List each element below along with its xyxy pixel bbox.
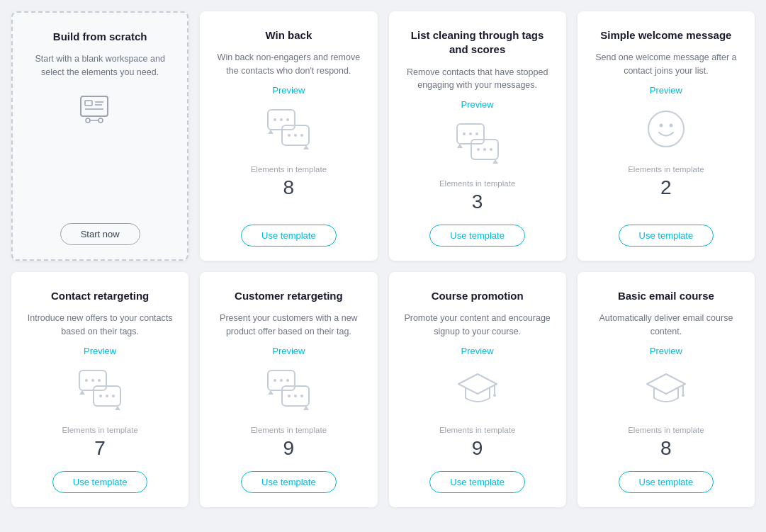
elements-label-basic-email-course: Elements in template xyxy=(628,426,704,434)
preview-link-basic-email-course[interactable]: Preview xyxy=(650,346,682,356)
card-title-basic-email-course: Basic email course xyxy=(618,289,714,303)
elements-count-basic-email-course: 8 xyxy=(660,437,672,460)
card-icon-simple-welcome xyxy=(641,104,691,154)
card-basic-email-course: Basic email course Automatically deliver… xyxy=(578,272,755,507)
card-title-simple-welcome: Simple welcome message xyxy=(600,28,731,43)
svg-point-6 xyxy=(98,118,103,123)
card-course-promotion: Course promotion Promote your content an… xyxy=(389,272,566,507)
svg-rect-1 xyxy=(85,101,92,106)
svg-point-13 xyxy=(288,134,291,137)
card-desc-simple-welcome: Send one welcome message after a contact… xyxy=(592,51,740,78)
svg-point-30 xyxy=(98,379,101,382)
svg-point-15 xyxy=(300,134,303,137)
card-contact-retargeting: Contact retargeting Introduce new offers… xyxy=(11,272,188,507)
card-title-customer-retargeting: Customer retargeting xyxy=(235,289,343,303)
svg-point-29 xyxy=(91,379,94,382)
card-title-course-promotion: Course promotion xyxy=(432,289,524,303)
svg-point-10 xyxy=(280,118,283,121)
card-icon-win-back xyxy=(264,104,313,154)
elements-count-list-cleaning: 3 xyxy=(472,191,483,213)
svg-point-32 xyxy=(99,395,102,397)
card-icon-build-from-scratch xyxy=(75,86,125,136)
preview-link-course-promotion[interactable]: Preview xyxy=(461,346,494,356)
svg-point-19 xyxy=(475,132,478,135)
svg-marker-46 xyxy=(647,374,685,394)
card-desc-course-promotion: Promote your content and encourage signu… xyxy=(403,312,552,339)
card-win-back: Win back Win back non-engagers and remov… xyxy=(200,11,377,261)
card-title-build-from-scratch: Build from scratch xyxy=(53,30,147,44)
card-desc-basic-email-course: Automatically deliver email course conte… xyxy=(592,312,740,339)
use-template-button-customer-retargeting[interactable]: Use template xyxy=(241,471,337,493)
svg-point-21 xyxy=(477,148,480,151)
svg-point-5 xyxy=(86,118,90,123)
start-now-button[interactable]: Start now xyxy=(60,223,140,245)
use-template-button-basic-email-course[interactable]: Use template xyxy=(619,471,714,493)
template-grid: Build from scratch Start with a blank wo… xyxy=(11,11,755,507)
card-desc-customer-retargeting: Present your customers with a new produc… xyxy=(214,312,363,339)
card-build-from-scratch: Build from scratch Start with a blank wo… xyxy=(11,11,188,261)
svg-point-14 xyxy=(294,134,297,137)
svg-point-37 xyxy=(280,379,283,382)
svg-point-24 xyxy=(648,111,684,147)
svg-point-17 xyxy=(463,132,466,135)
card-simple-welcome: Simple welcome message Send one welcome … xyxy=(578,11,755,261)
card-icon-customer-retargeting xyxy=(264,365,313,414)
use-template-button-list-cleaning[interactable]: Use template xyxy=(429,225,525,247)
use-template-button-course-promotion[interactable]: Use template xyxy=(429,471,525,493)
svg-point-41 xyxy=(294,395,297,397)
use-template-button-simple-welcome[interactable]: Use template xyxy=(619,225,714,247)
card-desc-list-cleaning: Remove contacts that have stopped engagi… xyxy=(403,66,552,93)
card-desc-win-back: Win back non-engagers and remove the con… xyxy=(214,51,363,78)
elements-count-contact-retargeting: 7 xyxy=(94,437,106,460)
svg-point-23 xyxy=(490,148,492,151)
card-desc-build-from-scratch: Start with a blank workspace and select … xyxy=(27,52,173,79)
svg-point-22 xyxy=(483,148,486,151)
svg-point-26 xyxy=(669,123,672,127)
svg-point-34 xyxy=(112,395,115,397)
card-icon-basic-email-course xyxy=(641,365,691,414)
card-icon-contact-retargeting xyxy=(75,365,125,414)
card-title-win-back: Win back xyxy=(266,28,312,43)
elements-count-win-back: 8 xyxy=(283,176,295,199)
preview-link-simple-welcome[interactable]: Preview xyxy=(650,85,682,96)
card-desc-contact-retargeting: Introduce new offers to your contacts ba… xyxy=(26,312,174,339)
elements-label-customer-retargeting: Elements in template xyxy=(251,426,327,434)
svg-point-11 xyxy=(286,118,289,121)
elements-label-list-cleaning: Elements in template xyxy=(439,179,515,188)
card-customer-retargeting: Customer retargeting Present your custom… xyxy=(200,272,377,507)
svg-point-9 xyxy=(274,118,276,121)
svg-point-48 xyxy=(682,394,685,397)
svg-point-45 xyxy=(493,394,496,397)
card-list-cleaning: List cleaning through tags and scores Re… xyxy=(389,11,566,261)
svg-point-42 xyxy=(300,395,303,397)
svg-rect-0 xyxy=(81,96,108,116)
card-icon-list-cleaning xyxy=(453,118,502,168)
card-icon-course-promotion xyxy=(453,365,502,414)
svg-point-33 xyxy=(106,395,108,397)
svg-point-36 xyxy=(274,379,276,382)
elements-count-simple-welcome: 2 xyxy=(660,176,672,199)
preview-link-list-cleaning[interactable]: Preview xyxy=(461,99,494,110)
elements-label-simple-welcome: Elements in template xyxy=(628,165,704,174)
card-title-list-cleaning: List cleaning through tags and scores xyxy=(403,28,552,57)
preview-link-win-back[interactable]: Preview xyxy=(272,85,305,96)
preview-link-contact-retargeting[interactable]: Preview xyxy=(84,346,116,356)
svg-marker-43 xyxy=(458,374,497,394)
elements-label-course-promotion: Elements in template xyxy=(439,426,515,434)
use-template-button-win-back[interactable]: Use template xyxy=(241,225,337,247)
preview-link-customer-retargeting[interactable]: Preview xyxy=(272,346,305,356)
elements-count-course-promotion: 9 xyxy=(472,437,483,460)
use-template-button-contact-retargeting[interactable]: Use template xyxy=(52,471,148,493)
elements-label-win-back: Elements in template xyxy=(251,165,327,174)
card-title-contact-retargeting: Contact retargeting xyxy=(51,289,149,303)
svg-point-18 xyxy=(469,132,472,135)
svg-point-40 xyxy=(288,395,291,397)
elements-count-customer-retargeting: 9 xyxy=(283,437,295,460)
elements-label-contact-retargeting: Elements in template xyxy=(62,426,137,434)
svg-point-38 xyxy=(286,379,289,382)
svg-point-25 xyxy=(659,123,663,127)
svg-point-28 xyxy=(85,379,88,382)
